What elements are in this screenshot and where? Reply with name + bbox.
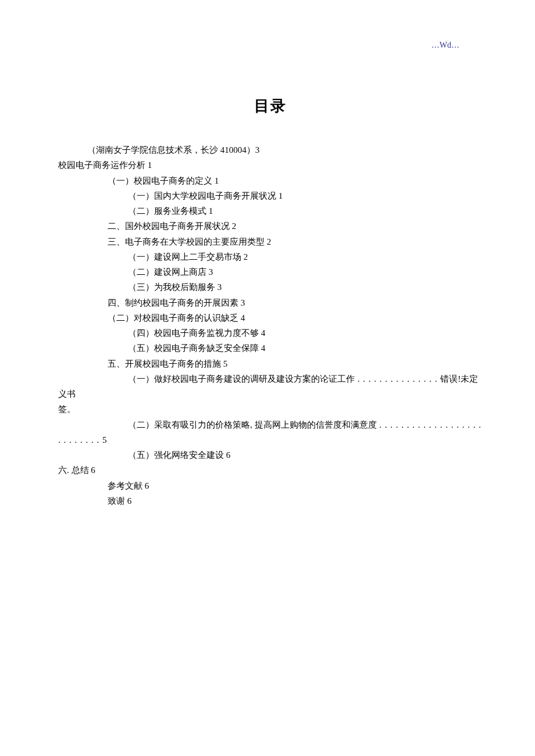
toc-page-number: 5 bbox=[102, 435, 107, 445]
toc-entry-text: （二）采取有吸引力的价格策略, 提高网上购物的信誉度和满意度 bbox=[128, 420, 377, 429]
toc-entry-continuation: 签。 bbox=[58, 402, 483, 417]
table-of-contents: （湖南女子学院信息技术系，长沙 410004）3 校园电子商务运作分析 1 （一… bbox=[58, 142, 483, 508]
toc-entry: （三）为我校后勤服务 3 bbox=[58, 280, 483, 295]
toc-entry: 参考文献 6 bbox=[58, 478, 483, 493]
toc-leader-dots: . . . . . . . . . . . . . . . bbox=[355, 374, 440, 384]
toc-title: 目录 bbox=[58, 96, 483, 116]
toc-entry: （二）服务业务模式 1 bbox=[58, 203, 483, 218]
toc-entry: （一）国内大学校园电子商务开展状况 1 bbox=[58, 188, 483, 203]
toc-entry: （二）建设网上商店 3 bbox=[58, 264, 483, 280]
toc-entry: （湖南女子学院信息技术系，长沙 410004）3 bbox=[58, 142, 483, 157]
toc-entry-wrapped: （二）采取有吸引力的价格策略, 提高网上购物的信誉度和满意度 . . . . .… bbox=[58, 417, 483, 448]
document-page: …Wd… 目录 （湖南女子学院信息技术系，长沙 410004）3 校园电子商务运… bbox=[0, 0, 535, 538]
toc-entry: 致谢 6 bbox=[58, 493, 483, 508]
toc-entry-wrapped: （一）做好校园电子商务建设的调研及建设方案的论证工作 . . . . . . .… bbox=[58, 371, 483, 402]
toc-entry: 校园电子商务运作分析 1 bbox=[58, 157, 483, 173]
header-watermark: …Wd… bbox=[431, 41, 459, 50]
toc-entry-text: （一）做好校园电子商务建设的调研及建设方案的论证工作 bbox=[128, 374, 355, 384]
toc-entry: （二）对校园电子商务的认识缺乏 4 bbox=[58, 310, 483, 325]
toc-entry: 三、电子商务在大学校园的主要应用类型 2 bbox=[58, 234, 483, 249]
toc-entry: （一）建设网上二手交易市场 2 bbox=[58, 249, 483, 264]
toc-entry: （五）校园电子商务缺乏安全保障 4 bbox=[58, 341, 483, 356]
toc-entry: 二、国外校园电子商务开展状况 2 bbox=[58, 218, 483, 234]
toc-entry: （四）校园电子商务监视力度不够 4 bbox=[58, 325, 483, 341]
toc-entry: 四、制约校园电子商务的开展因素 3 bbox=[58, 295, 483, 310]
toc-entry: 六. 总结 6 bbox=[58, 463, 483, 478]
toc-entry: （五）强化网络安全建设 6 bbox=[58, 447, 483, 463]
toc-entry: （一）校园电子商务的定义 1 bbox=[58, 173, 483, 188]
toc-entry: 五、开展校园电子商务的措施 5 bbox=[58, 356, 483, 371]
